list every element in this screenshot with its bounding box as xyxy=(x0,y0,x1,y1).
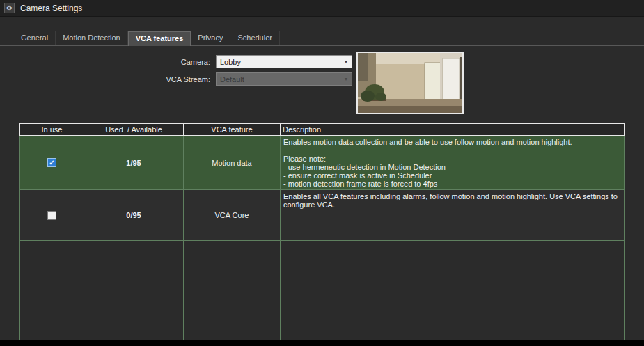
table-empty-row xyxy=(19,241,625,340)
tab-privacy[interactable]: Privacy xyxy=(191,31,230,46)
window-titlebar: ⚙ Camera Settings xyxy=(0,0,644,17)
table-row-vca-core[interactable]: 0/95 VCA Core Enables all VCA features i… xyxy=(19,190,625,241)
cell-in-use xyxy=(20,190,84,240)
vca-stream-select: Default ▼ xyxy=(216,72,352,86)
tab-motion-detection[interactable]: Motion Detection xyxy=(56,31,128,46)
chevron-down-icon: ▼ xyxy=(340,56,352,68)
header-vca-feature: VCA feature xyxy=(184,124,281,135)
tab-scheduler[interactable]: Scheduler xyxy=(230,31,280,46)
vca-core-in-use-checkbox[interactable] xyxy=(47,211,56,220)
tab-bar-divider xyxy=(0,45,644,46)
vca-stream-label: VCA Stream: xyxy=(118,75,210,84)
cell-used-available: 0/95 xyxy=(84,190,184,240)
cell-vca-feature: Motion data xyxy=(184,136,281,189)
cell-vca-feature: VCA Core xyxy=(184,190,281,240)
tab-vca-features[interactable]: VCA features xyxy=(128,31,191,46)
window-bottom-edge xyxy=(0,340,644,346)
vca-stream-select-value: Default xyxy=(217,75,340,84)
window-title: Camera Settings xyxy=(20,3,82,13)
table-row-motion-data[interactable]: 1/95 Motion data Enables motion data col… xyxy=(19,136,625,190)
header-used-available: Used / Available xyxy=(84,124,184,135)
chevron-down-icon: ▼ xyxy=(340,73,352,85)
table-header-row: In use Used / Available VCA feature Desc… xyxy=(19,123,625,136)
camera-label: Camera: xyxy=(118,58,210,66)
empty-cell xyxy=(281,241,624,340)
camera-select[interactable]: Lobby ▼ xyxy=(216,55,352,68)
preview-hallway-scene xyxy=(358,53,462,113)
empty-cell xyxy=(184,241,281,340)
cell-description: Enables all VCA features including alarm… xyxy=(281,190,624,240)
vca-feature-table: In use Used / Available VCA feature Desc… xyxy=(19,123,625,340)
camera-preview-image xyxy=(356,52,464,114)
camera-settings-icon: ⚙ xyxy=(4,3,15,13)
header-description: Description xyxy=(281,124,624,135)
cell-used-available: 1/95 xyxy=(84,136,184,189)
motion-data-in-use-checkbox[interactable] xyxy=(47,158,56,167)
empty-cell xyxy=(20,241,84,340)
tab-bar: General Motion Detection VCA features Pr… xyxy=(14,31,280,46)
cell-in-use xyxy=(20,136,84,189)
empty-cell xyxy=(84,241,184,340)
camera-select-value: Lobby xyxy=(217,58,340,66)
header-in-use: In use xyxy=(20,124,84,135)
tab-general[interactable]: General xyxy=(14,31,56,46)
cell-description: Enables motion data collection and be ab… xyxy=(281,136,624,189)
